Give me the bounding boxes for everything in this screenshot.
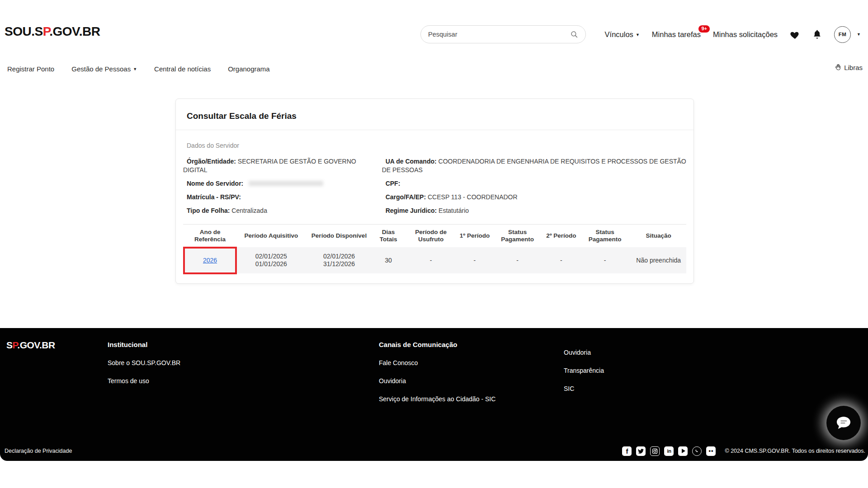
footer-link-fale-conosco[interactable]: Fale Conosco bbox=[379, 359, 495, 366]
avatar[interactable]: FM bbox=[834, 26, 851, 43]
favorites-heart-icon[interactable] bbox=[790, 30, 800, 39]
youtube-icon[interactable] bbox=[678, 446, 688, 456]
menu-vinculos[interactable]: Vínculos▼ bbox=[605, 30, 640, 39]
footer-link-termos[interactable]: Termos de uso bbox=[108, 377, 180, 385]
col-status-pagamento-2: Status Pagamento bbox=[579, 225, 631, 248]
nav-registrar-ponto-label: Registrar Ponto bbox=[7, 65, 54, 73]
field-row: Nome do Servidor CPF bbox=[183, 179, 686, 193]
caret-down-icon: ▼ bbox=[636, 33, 640, 37]
cell-status-pagamento-2: - bbox=[579, 247, 631, 273]
footer-logo-s: S bbox=[6, 340, 13, 350]
logo-text-govbr: .GOV.BR bbox=[49, 24, 100, 38]
page-title: Consultar Escala de Férias bbox=[176, 99, 693, 130]
main-nav: Registrar Ponto Gestão de Pessoas▼ Centr… bbox=[0, 60, 868, 78]
field-label: UA de Comando bbox=[386, 158, 437, 165]
facebook-icon[interactable]: f bbox=[622, 446, 632, 456]
menu-minhas-tarefas[interactable]: Minhas tarefas 9+ bbox=[652, 30, 701, 39]
user-menu[interactable]: FM ▼ bbox=[834, 26, 861, 43]
field-tipo-folha: Tipo de Folha Centralizada bbox=[183, 206, 382, 215]
cell-periodo-aquisitivo: 02/01/2025 01/01/2026 bbox=[237, 247, 305, 273]
instagram-icon[interactable] bbox=[650, 446, 660, 456]
caret-down-icon: ▼ bbox=[133, 67, 137, 71]
escala-ferias-table: Ano de Referência Período Aquisitivo Per… bbox=[183, 224, 686, 273]
libras-label: Libras bbox=[844, 64, 863, 71]
nav-organograma-label: Organograma bbox=[228, 65, 270, 73]
date-start: 02/01/2025 bbox=[239, 253, 303, 260]
col-segundo-periodo: 2º Período bbox=[543, 225, 579, 248]
footer-link-transparencia[interactable]: Transparência bbox=[564, 367, 604, 374]
search-input[interactable] bbox=[428, 31, 570, 38]
cell-dias-totais: 30 bbox=[373, 247, 404, 273]
field-value: Centralizada bbox=[231, 207, 267, 214]
field-cargo: Cargo/FA/EP CCESP 113 - COORDENADOR bbox=[382, 193, 686, 202]
cell-segundo-periodo: - bbox=[543, 247, 579, 273]
whatsapp-icon[interactable] bbox=[692, 446, 702, 456]
field-value: CCESP 113 - COORDENADOR bbox=[428, 193, 518, 201]
footer-link-ouvidoria-2[interactable]: Ouvidoria bbox=[564, 349, 604, 356]
site-logo[interactable]: SOU.SP.GOV.BR bbox=[5, 24, 100, 39]
date-end: 01/01/2026 bbox=[239, 260, 303, 268]
field-label: Regime Jurídico bbox=[386, 207, 437, 214]
cell-primeiro-periodo: - bbox=[458, 247, 492, 273]
footer-link-sic-2[interactable]: SIC bbox=[564, 385, 604, 392]
nav-central-de-noticias-label: Central de notícias bbox=[154, 65, 211, 73]
hand-libras-icon bbox=[834, 63, 842, 71]
col-periodo-disponivel: Período Disponível bbox=[305, 225, 373, 248]
footer-col-extra: Ouvidoria Transparência SIC bbox=[564, 349, 604, 403]
footer-logo: SP.GOV.BR bbox=[6, 340, 55, 351]
footer-link-sic[interactable]: Serviço de Informações ao Cidadão - SIC bbox=[379, 395, 495, 403]
logo-sp-p: P bbox=[43, 24, 50, 38]
col-ano-referencia: Ano de Referência bbox=[183, 225, 237, 248]
col-periodo-aquisitivo: Período Aquisitivo bbox=[237, 225, 305, 248]
search-bar[interactable] bbox=[420, 25, 586, 43]
field-ua-comando: UA de Comando COORDENADORIA DE ENGENHARI… bbox=[382, 157, 686, 174]
footer-col-institucional: Institucional Sobre o SOU.SP.GOV.BR Term… bbox=[108, 341, 180, 395]
redacted-name-blur bbox=[249, 181, 323, 186]
year-2026-link[interactable]: 2026 bbox=[203, 257, 217, 264]
col-primeiro-periodo: 1º Período bbox=[458, 225, 492, 248]
chat-fab-button[interactable] bbox=[826, 406, 861, 440]
nav-registrar-ponto[interactable]: Registrar Ponto bbox=[7, 65, 54, 73]
flickr-icon[interactable]: •• bbox=[706, 446, 716, 456]
field-row: Órgão/Entidade SECRETARIA DE GESTÃO E GO… bbox=[183, 157, 686, 179]
field-label: Matrícula - RS/PV bbox=[187, 193, 241, 201]
search-icon[interactable] bbox=[570, 30, 578, 38]
section-title-dados-servidor: Dados do Servidor bbox=[183, 142, 686, 149]
date-start: 02/01/2026 bbox=[307, 253, 371, 260]
nav-gestao-de-pessoas[interactable]: Gestão de Pessoas▼ bbox=[71, 65, 137, 73]
page: SOU.SP.GOV.BR Vínculos▼ Minhas tarefas 9… bbox=[0, 0, 868, 488]
field-label: CPF bbox=[386, 180, 401, 187]
notifications-bell-icon[interactable] bbox=[812, 29, 822, 39]
field-value: Estatutário bbox=[439, 207, 469, 214]
nav-organograma[interactable]: Organograma bbox=[228, 65, 270, 73]
footer-link-sobre[interactable]: Sobre o SOU.SP.GOV.BR bbox=[108, 359, 180, 366]
field-nome-servidor: Nome do Servidor bbox=[183, 179, 382, 188]
col-status-pagamento-1: Status Pagamento bbox=[491, 225, 543, 248]
chat-bubble-icon bbox=[834, 413, 853, 432]
consultar-escala-card: Consultar Escala de Férias Dados do Serv… bbox=[175, 99, 694, 284]
menu-minhas-solicitacoes[interactable]: Minhas solicitações bbox=[713, 30, 778, 39]
footer-link-ouvidoria[interactable]: Ouvidoria bbox=[379, 377, 495, 385]
cell-periodo-disponivel: 02/01/2026 31/12/2026 bbox=[305, 247, 373, 273]
col-dias-totais: Dias Totais bbox=[373, 225, 404, 248]
twitter-icon[interactable] bbox=[636, 446, 646, 456]
logo-sp-s: S bbox=[34, 24, 42, 38]
nav-central-de-noticias[interactable]: Central de notícias bbox=[154, 65, 211, 73]
field-orgao-entidade: Órgão/Entidade SECRETARIA DE GESTÃO E GO… bbox=[183, 157, 382, 174]
field-label: Cargo/FA/EP bbox=[386, 193, 426, 201]
linkedin-icon[interactable]: in bbox=[664, 446, 674, 456]
libras-button[interactable]: Libras bbox=[834, 63, 863, 71]
field-label: Nome do Servidor bbox=[187, 180, 243, 187]
caret-down-icon: ▼ bbox=[857, 32, 861, 37]
nav-gestao-de-pessoas-label: Gestão de Pessoas bbox=[71, 65, 131, 73]
footer-col-canais: Canais de Comunicação Fale Conosco Ouvid… bbox=[379, 341, 495, 413]
privacy-link[interactable]: Declaração de Privacidade bbox=[5, 448, 72, 454]
cell-situacao: Não preenchida bbox=[631, 247, 686, 273]
menu-vinculos-label: Vínculos bbox=[605, 30, 633, 38]
field-row: Matrícula - RS/PV Cargo/FA/EP CCESP 113 … bbox=[183, 193, 686, 206]
header: SOU.SP.GOV.BR Vínculos▼ Minhas tarefas 9… bbox=[0, 18, 868, 51]
footer: SP.GOV.BR Institucional Sobre o SOU.SP.G… bbox=[0, 328, 868, 461]
menu-minhas-solicitacoes-label: Minhas solicitações bbox=[713, 30, 778, 38]
field-row: Tipo de Folha Centralizada Regime Jurídi… bbox=[183, 206, 686, 220]
cell-status-pagamento-1: - bbox=[491, 247, 543, 273]
